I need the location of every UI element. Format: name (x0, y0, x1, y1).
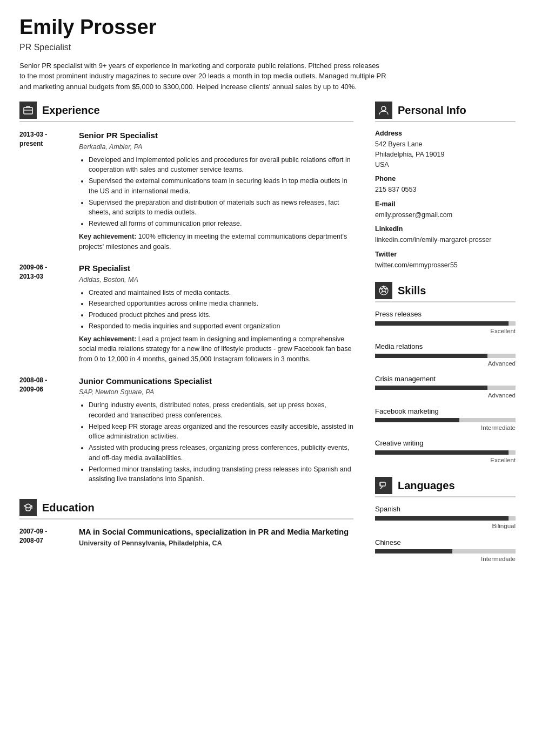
experience-entries: 2013-03 -present Senior PR Specialist Be… (19, 130, 353, 487)
experience-entry: 2013-03 -present Senior PR Specialist Be… (19, 130, 353, 252)
languages-header: Languages (375, 477, 516, 497)
exp-content: Senior PR Specialist Berkadia, Ambler, P… (79, 130, 353, 252)
language-entry: Spanish Bilingual (375, 504, 516, 531)
exp-job-title: PR Specialist (79, 262, 353, 275)
experience-section: Experience 2013-03 -present Senior PR Sp… (19, 102, 353, 487)
education-section: Education 2007-09 -2008-07 MA in Social … (19, 499, 353, 549)
experience-entry: 2008-08 -2009-06 Junior Communications S… (19, 375, 353, 487)
skill-level: Excellent (375, 456, 516, 465)
address-line2: Philadelphia, PA 19019 (375, 150, 516, 160)
key-achievement: Key achievement: Lead a project team in … (79, 334, 353, 364)
personal-info-icon (375, 102, 392, 119)
languages-entries: Spanish Bilingual Chinese Intermediate (375, 504, 516, 564)
bullet-item: Created and maintained lists of media co… (89, 288, 353, 298)
phone-value: 215 837 0553 (375, 185, 516, 195)
skill-level: Advanced (375, 391, 516, 400)
skill-entry: Facebook marketing Intermediate (375, 406, 516, 433)
education-entries: 2007-09 -2008-07 MA in Social Communicat… (19, 527, 353, 549)
bullet-item: Assisted with producing press releases, … (89, 443, 353, 463)
languages-section: Languages Spanish Bilingual Chinese Inte… (375, 477, 516, 564)
lang-name: Chinese (375, 537, 516, 548)
candidate-summary: Senior PR specialist with 9+ years of ex… (19, 60, 387, 92)
personal-info-header: Personal Info (375, 102, 516, 122)
experience-entry: 2009-06 -2013-03 PR Specialist Adidas, B… (19, 262, 353, 364)
address-label: Address (375, 129, 516, 139)
bullet-item: Supervised the external communications t… (89, 176, 353, 197)
main-content: Experience 2013-03 -present Senior PR Sp… (19, 102, 516, 576)
skills-header: Skills (375, 282, 516, 302)
edu-date: 2007-09 -2008-07 (19, 527, 79, 549)
skill-bar-fill (375, 321, 509, 326)
exp-date: 2008-08 -2009-06 (19, 375, 79, 487)
exp-date: 2009-06 -2013-03 (19, 262, 79, 364)
education-title: Education (42, 500, 95, 516)
bullet-item: Helped keep PR storage areas organized a… (89, 422, 353, 442)
edu-degree: MA in Social Communications, specializat… (79, 527, 349, 537)
exp-company: Adidas, Boston, MA (79, 275, 353, 285)
exp-date: 2013-03 -present (19, 130, 79, 252)
exp-company: SAP, Newton Square, PA (79, 387, 353, 397)
twitter-value: twitter.com/emmyprosser55 (375, 260, 516, 271)
skill-level: Intermediate (375, 423, 516, 433)
skill-bar-bg (375, 354, 516, 358)
personal-info-title: Personal Info (398, 102, 466, 118)
skill-bar-fill (375, 386, 487, 390)
svg-rect-0 (24, 107, 32, 114)
address-line3: USA (375, 160, 516, 170)
left-column: Experience 2013-03 -present Senior PR Sp… (19, 102, 370, 576)
lang-bar-fill (375, 549, 452, 554)
exp-job-title: Junior Communications Specialist (79, 375, 353, 388)
skill-level: Advanced (375, 359, 516, 368)
bullet-item: Performed minor translating tasks, inclu… (89, 464, 353, 485)
skill-name: Press releases (375, 309, 516, 320)
skill-entry: Media relations Advanced (375, 341, 516, 368)
skills-entries: Press releases Excellent Media relations… (375, 309, 516, 465)
bullet-item: Developed and implemented policies and p… (89, 155, 353, 176)
svg-point-3 (382, 106, 386, 111)
linkedin-label: LinkedIn (375, 224, 516, 234)
email-label: E-mail (375, 199, 516, 210)
bullet-item: Responded to media inquiries and support… (89, 321, 353, 332)
skill-bar-bg (375, 450, 516, 455)
skill-level: Excellent (375, 327, 516, 336)
lang-bar-fill (375, 516, 509, 521)
education-icon (19, 499, 37, 516)
personal-info-block: Address 542 Byers Lane Philadelphia, PA … (375, 129, 516, 270)
personal-info-section: Personal Info Address 542 Byers Lane Phi… (375, 102, 516, 270)
key-achievement: Key achievement: 100% efficiency in meet… (79, 232, 353, 252)
experience-header: Experience (19, 102, 353, 122)
languages-icon (375, 477, 392, 494)
skill-bar-bg (375, 386, 516, 390)
lang-bar-bg (375, 516, 516, 521)
right-column: Personal Info Address 542 Byers Lane Phi… (370, 102, 516, 576)
edu-school: University of Pennsylvania, Philadelphia… (79, 538, 349, 549)
exp-bullets: During industry events, distributed note… (79, 400, 353, 484)
linkedin-value: linkedin.com/in/emily-margaret-prosser (375, 235, 516, 245)
phone-label: Phone (375, 174, 516, 184)
language-entry: Chinese Intermediate (375, 537, 516, 564)
skill-entry: Creative writing Excellent (375, 438, 516, 465)
candidate-title: PR Specialist (19, 41, 516, 54)
address-line1: 542 Byers Lane (375, 139, 516, 150)
skills-title: Skills (398, 282, 426, 299)
lang-level: Bilingual (375, 522, 516, 531)
education-header: Education (19, 499, 353, 519)
lang-level: Intermediate (375, 555, 516, 564)
lang-name: Spanish (375, 504, 516, 515)
skill-entry: Press releases Excellent (375, 309, 516, 336)
experience-icon (19, 102, 37, 119)
bullet-item: During industry events, distributed note… (89, 400, 353, 421)
svg-point-4 (379, 286, 388, 295)
bullet-item: Reviewed all forms of communication prio… (89, 219, 353, 229)
lang-bar-bg (375, 549, 516, 554)
skill-name: Facebook marketing (375, 406, 516, 417)
exp-content: Junior Communications Specialist SAP, Ne… (79, 375, 353, 487)
experience-title: Experience (42, 102, 100, 118)
candidate-name: Emily Prosser (19, 16, 516, 39)
exp-bullets: Created and maintained lists of media co… (79, 288, 353, 332)
education-entry: 2007-09 -2008-07 MA in Social Communicat… (19, 527, 353, 549)
languages-title: Languages (398, 477, 455, 494)
skill-name: Creative writing (375, 438, 516, 449)
skill-bar-fill (375, 354, 487, 358)
header: Emily Prosser PR Specialist Senior PR sp… (19, 16, 516, 92)
